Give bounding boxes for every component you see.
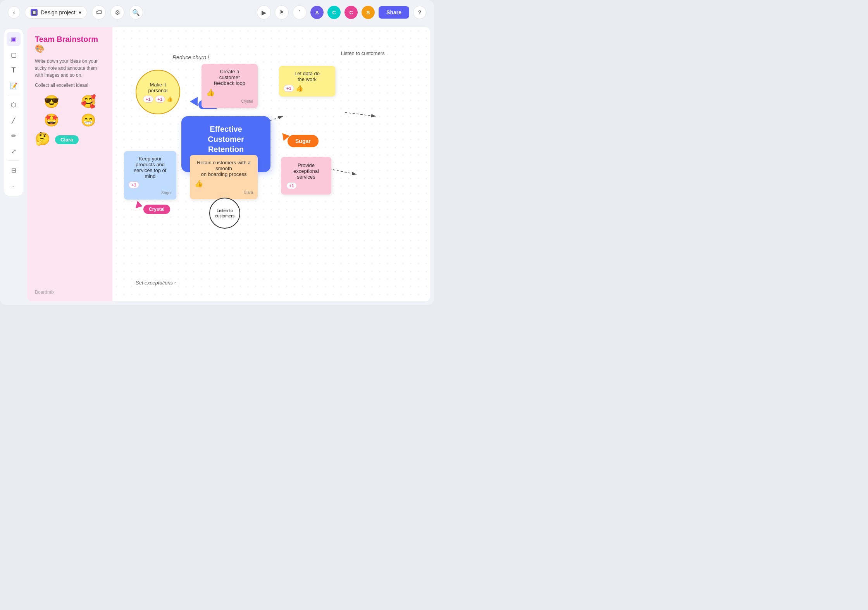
feedback-text: Create acustomerfeedback loop <box>206 69 253 86</box>
sticky-let-data[interactable]: Let data dothe work +1 👍 <box>279 66 335 96</box>
make-personal-text: Make itpersonal <box>143 82 173 93</box>
thumbs-icon: 👍 <box>167 96 173 102</box>
tool-pen[interactable]: ✏ <box>7 129 21 143</box>
sugar-tag: Sugar <box>288 135 319 147</box>
retain-author: Clara <box>195 190 253 195</box>
sticky-provide[interactable]: Provide exceptional services +1 <box>281 157 331 195</box>
crystal-tag: Crystal <box>143 205 170 214</box>
play-button[interactable]: ▶ <box>257 5 271 19</box>
let-data-text: Let data dothe work <box>284 71 331 82</box>
retain-text: Retain customers with a smoothon boardin… <box>195 160 253 177</box>
help-button[interactable]: ? <box>413 6 426 19</box>
project-name: Design project <box>41 9 76 16</box>
avatar-c2[interactable]: C <box>344 6 358 19</box>
tool-text[interactable]: T <box>7 63 21 77</box>
avatar-a[interactable]: A <box>310 6 324 19</box>
left-sidebar: ▣ ▢ T 📝 ⬡ ╱ ✏ ⤢ ⊟ ··· <box>4 29 23 196</box>
emoji-grid: 😎 🥰 🤩 😁 <box>35 94 105 128</box>
products-author: Suger <box>129 191 172 195</box>
sticky-products[interactable]: Keep your products and services top of m… <box>124 151 176 200</box>
tool-frame[interactable]: ▢ <box>7 48 21 62</box>
products-reactions: +1 <box>129 181 172 188</box>
board-area: Reduce churn ! Listen to customers Alex … <box>112 27 430 301</box>
settings-button[interactable]: ⚙ <box>110 5 124 19</box>
let-data-reactions: +1 👍 <box>284 84 331 92</box>
chevron-icon: ▾ <box>79 9 81 16</box>
tag-button[interactable]: 🏷 <box>92 5 106 19</box>
emoji-1: 😎 <box>35 94 68 109</box>
chevron-button[interactable]: ˅ <box>293 5 307 19</box>
reaction-2: +1 <box>155 96 165 103</box>
svg-line-2 <box>345 112 376 116</box>
avatar-s[interactable]: S <box>362 6 375 19</box>
top-bar-left: ‹ 🔲 Design project ▾ 🏷 ⚙ 🔍 <box>8 5 143 19</box>
sidebar-divider-2 <box>8 160 19 161</box>
provide-reaction: +1 <box>286 182 297 189</box>
tool-template[interactable]: ⊟ <box>7 163 21 177</box>
provide-text: Provide exceptional services <box>286 162 326 180</box>
tool-more[interactable]: ··· <box>7 179 21 193</box>
top-bar-right: ▶ 🖱 ˅ A C C S Share ? <box>257 5 426 19</box>
panel-title: Team Brainstorm 🎨 <box>35 35 105 53</box>
project-selector[interactable]: 🔲 Design project ▾ <box>25 6 87 19</box>
annotation-set-exceptions: Set exceptations ~ <box>136 280 177 286</box>
orange-pointer <box>282 132 290 141</box>
sidebar-divider <box>8 95 19 95</box>
team-brainstorm-panel: Team Brainstorm 🎨 Write down your ideas … <box>27 27 112 301</box>
back-button[interactable]: ‹ <box>8 6 20 19</box>
emoji-5: 🤔 <box>35 131 50 146</box>
panel-description: Write down your ideas on your sticky not… <box>35 58 105 79</box>
pink-pointer <box>136 201 144 210</box>
annotation-listen-top: Listen to customers <box>341 50 385 56</box>
emoji-2: 🥰 <box>72 94 105 109</box>
sticky-make-personal[interactable]: Make itpersonal +1 +1 👍 <box>136 70 180 114</box>
share-button[interactable]: Share <box>379 6 409 19</box>
listen-circle-text: Listen to customers <box>214 208 236 219</box>
tool-select[interactable]: ▣ <box>7 32 21 46</box>
products-reaction: +1 <box>129 181 139 188</box>
products-text: Keep your products and services top of m… <box>129 156 172 179</box>
pointer-button[interactable]: 🖱 <box>275 5 289 19</box>
tool-connector[interactable]: ⤢ <box>7 144 21 158</box>
provide-reactions: +1 <box>286 182 326 189</box>
tool-sticky[interactable]: 📝 <box>7 79 21 93</box>
project-icon: 🔲 <box>31 9 38 16</box>
emoji-4: 😁 <box>72 113 105 128</box>
reaction-1: +1 <box>143 96 153 103</box>
sticky-feedback-loop[interactable]: Create acustomerfeedback loop 👍 Crystal <box>202 64 258 108</box>
sticky-retain[interactable]: Retain customers with a smoothon boardin… <box>190 155 258 199</box>
tool-line[interactable]: ╱ <box>7 113 21 127</box>
feedback-author: Crystal <box>206 99 253 103</box>
clara-tag: Clara <box>55 135 79 144</box>
app-container: ‹ 🔲 Design project ▾ 🏷 ⚙ 🔍 ▶ 🖱 ˅ A C C S… <box>0 0 434 305</box>
emoji-3: 🤩 <box>35 113 68 128</box>
tool-shapes[interactable]: ⬡ <box>7 98 21 112</box>
listen-circle: Listen to customers <box>209 198 240 229</box>
avatar-c1[interactable]: C <box>327 6 341 19</box>
top-bar: ‹ 🔲 Design project ▾ 🏷 ⚙ 🔍 ▶ 🖱 ˅ A C C S… <box>0 0 434 25</box>
panel-collect: Collect all excellent ideas! <box>35 83 105 88</box>
annotation-reduce-churn: Reduce churn ! <box>172 54 209 60</box>
let-data-thumb: 👍 <box>296 84 303 92</box>
let-data-reaction: +1 <box>284 85 294 92</box>
make-personal-reactions: +1 +1 👍 <box>143 96 173 103</box>
search-button[interactable]: 🔍 <box>129 5 143 19</box>
brand-label: Boardmix <box>35 289 55 295</box>
blue-pointer <box>190 97 198 106</box>
canvas-area: Team Brainstorm 🎨 Write down your ideas … <box>27 27 430 301</box>
